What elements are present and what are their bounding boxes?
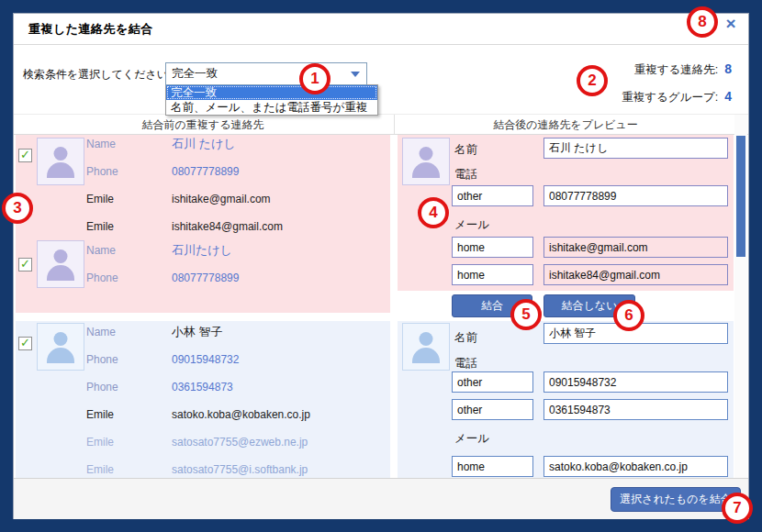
preview-phone-label: 電話 bbox=[454, 167, 477, 183]
preview-mail-label: メール bbox=[454, 217, 489, 233]
check-icon: ✓ bbox=[20, 260, 30, 269]
person-avatar-icon bbox=[402, 323, 450, 371]
stat-duplicate-groups-value: 4 bbox=[724, 89, 732, 104]
phone-value-input[interactable] bbox=[543, 371, 728, 393]
dropdown-option-list: 完全一致 名前、メール、または電話番号が重複 bbox=[165, 84, 378, 116]
stat-duplicate-contacts: 重複する連絡先: 8 bbox=[511, 61, 732, 78]
annotation-badge-7: 7 bbox=[722, 493, 753, 524]
check-icon: ✓ bbox=[20, 338, 30, 348]
contact-field-row: Emile ishitake@gmail.com bbox=[86, 193, 271, 205]
annotation-badge-4: 4 bbox=[418, 197, 449, 228]
preview-name-label: 名前 bbox=[454, 142, 477, 158]
phone-value-input[interactable] bbox=[543, 399, 728, 420]
check-icon: ✓ bbox=[20, 150, 30, 160]
annotation-badge-3: 3 bbox=[2, 193, 33, 224]
dialog-title: 重複した連絡先を結合 bbox=[14, 21, 153, 38]
contact-field-row: Emile satosato7755@i.softbank.jp bbox=[86, 463, 308, 476]
dropdown-option-name-mail-phone[interactable]: 名前、メール、または電話番号が重複 bbox=[166, 100, 377, 115]
person-avatar-icon bbox=[37, 240, 84, 288]
contact-field-row: Phone 0361594873 bbox=[86, 381, 233, 393]
left-column-header: 結合前の重複する連絡先 bbox=[16, 115, 390, 135]
group2-preview-card: 名前 電話 メール bbox=[398, 321, 734, 478]
annotation-badge-2: 2 bbox=[577, 65, 608, 96]
search-criteria-label: 検索条件を選択してください: bbox=[23, 67, 171, 83]
scrollbar-thumb[interactable] bbox=[736, 136, 745, 257]
phone-value-input[interactable] bbox=[543, 185, 728, 206]
group1-contact1-checkbox[interactable]: ✓ bbox=[18, 149, 32, 162]
preview-mail-label: メール bbox=[454, 431, 489, 447]
person-avatar-icon bbox=[37, 323, 84, 371]
search-criteria-dropdown[interactable]: 完全一致 bbox=[165, 62, 367, 85]
person-avatar-icon bbox=[37, 138, 84, 185]
group2-duplicates-card: ✓ Name 小林 智子 Phone 09015948732 Phone 036… bbox=[16, 321, 390, 478]
chevron-down-icon bbox=[351, 72, 360, 77]
stat-duplicate-groups: 重複するグループ: 4 bbox=[511, 89, 732, 105]
email-value-input[interactable] bbox=[543, 456, 728, 477]
divider bbox=[394, 115, 395, 134]
group2-contact1-checkbox[interactable]: ✓ bbox=[18, 337, 32, 350]
preview-name-input[interactable] bbox=[543, 138, 728, 159]
email-value-input[interactable] bbox=[543, 237, 728, 258]
email-type-input[interactable] bbox=[452, 264, 533, 285]
dialog-titlebar: 重複した連絡先を結合 bbox=[14, 14, 748, 45]
annotation-badge-1: 1 bbox=[299, 63, 331, 94]
email-value-input[interactable] bbox=[543, 264, 728, 285]
phone-type-input[interactable] bbox=[452, 371, 533, 393]
phone-type-input[interactable] bbox=[452, 185, 533, 206]
email-type-input[interactable] bbox=[452, 456, 533, 477]
contact-field-row: Name 小林 智子 bbox=[86, 326, 223, 338]
group1-contact2-checkbox[interactable]: ✓ bbox=[18, 258, 32, 272]
contact-field-row: Name 石川 たけし bbox=[86, 138, 236, 150]
contact-field-row: Phone 09015948732 bbox=[86, 353, 239, 366]
contact-field-row: Emile satosato7755@ezweb.ne.jp bbox=[86, 436, 308, 449]
person-avatar-icon bbox=[402, 138, 450, 185]
contact-field-row: Phone 08077778899 bbox=[86, 165, 239, 178]
annotation-badge-5: 5 bbox=[510, 299, 542, 330]
email-type-input[interactable] bbox=[452, 237, 533, 258]
preview-phone-label: 電話 bbox=[454, 356, 477, 371]
close-icon[interactable]: × bbox=[720, 13, 742, 35]
stat-duplicate-contacts-value: 8 bbox=[724, 61, 732, 76]
group1-duplicates-card: ✓ Name 石川 たけし Phone 08077778899 Emile is… bbox=[16, 135, 390, 313]
annotation-badge-6: 6 bbox=[613, 300, 644, 331]
phone-type-input[interactable] bbox=[452, 399, 533, 420]
contact-field-row: Emile satoko.koba@kobaken.co.jp bbox=[86, 408, 310, 421]
right-column-header: 結合後の連絡先をプレビュー bbox=[398, 115, 734, 135]
contact-field-row: Emile ishitake84@gmail.com bbox=[86, 220, 283, 233]
preview-name-label: 名前 bbox=[454, 330, 477, 346]
annotation-badge-8: 8 bbox=[687, 6, 718, 38]
dropdown-option-exact-match[interactable]: 完全一致 bbox=[166, 85, 377, 100]
contact-field-row: Name 石川たけし bbox=[86, 244, 232, 257]
contact-field-row: Phone 08077778899 bbox=[86, 272, 239, 284]
